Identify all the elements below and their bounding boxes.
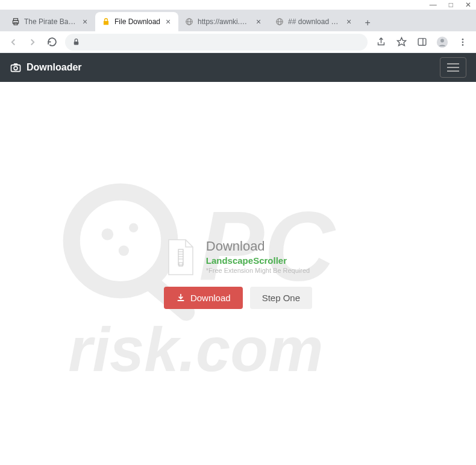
tab-title: File Download [114, 17, 160, 26]
minimize-button[interactable]: — [430, 1, 437, 9]
svg-point-15 [440, 39, 444, 42]
back-button[interactable] [5, 34, 22, 51]
download-heading: Download [206, 239, 310, 254]
camera-icon [10, 61, 22, 73]
close-icon[interactable]: × [81, 17, 89, 26]
file-icon [166, 239, 195, 276]
svg-point-20 [14, 66, 17, 70]
tab-pirate-bay[interactable]: The Pirate Bay - The ga... × [5, 12, 95, 31]
download-icon [176, 293, 186, 302]
download-card: Download LandscapeScroller *Free Extensi… [164, 239, 312, 309]
close-icon[interactable]: × [164, 17, 172, 26]
page-navbar: Downloader [0, 53, 476, 82]
close-icon[interactable]: × [345, 17, 353, 26]
svg-point-22 [102, 228, 113, 240]
lock-icon [72, 38, 80, 46]
tab-file-download[interactable]: File Download × [95, 12, 178, 31]
svg-rect-12 [418, 39, 426, 45]
close-button[interactable]: ✕ [465, 1, 471, 9]
printer-icon [11, 17, 20, 27]
svg-text:risk.com: risk.com [68, 315, 323, 384]
extension-name: LandscapeScroller [206, 255, 310, 266]
maximize-button[interactable]: □ [449, 1, 453, 9]
tab-title: ## download page ## [288, 17, 341, 26]
new-tab-button[interactable]: + [359, 14, 376, 31]
window-controls: — □ ✕ [0, 0, 476, 10]
page-content: PC risk.com Download LandscapeScroller *… [0, 82, 476, 465]
bookmark-icon[interactable] [393, 34, 410, 51]
tab-bar: The Pirate Bay - The ga... × File Downlo… [0, 10, 476, 31]
hamburger-button[interactable] [440, 57, 466, 78]
svg-rect-19 [11, 65, 20, 72]
svg-rect-3 [104, 21, 108, 25]
download-button[interactable]: Download [164, 287, 243, 309]
tab-awnki[interactable]: https://awnki.ofchildr.b... × [178, 12, 269, 31]
brand-text: Downloader [27, 62, 82, 73]
svg-point-16 [462, 39, 464, 40]
step-button-label: Step One [262, 293, 300, 303]
globe-icon [275, 17, 284, 27]
svg-marker-11 [397, 37, 406, 45]
tab-download-page[interactable]: ## download page ## × [269, 12, 359, 31]
close-icon[interactable]: × [254, 17, 263, 26]
svg-point-21 [72, 192, 169, 290]
side-panel-icon[interactable] [413, 34, 430, 51]
svg-rect-34 [178, 300, 184, 301]
tab-title: https://awnki.ofchildr.b... [198, 17, 251, 26]
address-bar [0, 31, 476, 53]
menu-icon[interactable] [454, 34, 471, 51]
url-bar[interactable] [65, 34, 368, 51]
forward-button[interactable] [24, 34, 41, 51]
brand: Downloader [10, 61, 82, 73]
reload-button[interactable] [43, 34, 60, 51]
globe-icon [184, 17, 194, 27]
share-icon[interactable] [372, 34, 389, 51]
svg-rect-10 [74, 42, 79, 45]
download-note: *Free Extension Might Be Required [206, 267, 310, 274]
step-one-button[interactable]: Step One [250, 287, 312, 309]
lock-icon [101, 17, 111, 27]
download-button-label: Download [190, 293, 231, 303]
svg-point-18 [462, 44, 464, 46]
svg-point-23 [129, 223, 138, 232]
profile-icon[interactable] [434, 34, 451, 51]
tab-title: The Pirate Bay - The ga... [24, 17, 77, 26]
svg-point-17 [462, 41, 464, 43]
svg-point-24 [119, 245, 129, 255]
